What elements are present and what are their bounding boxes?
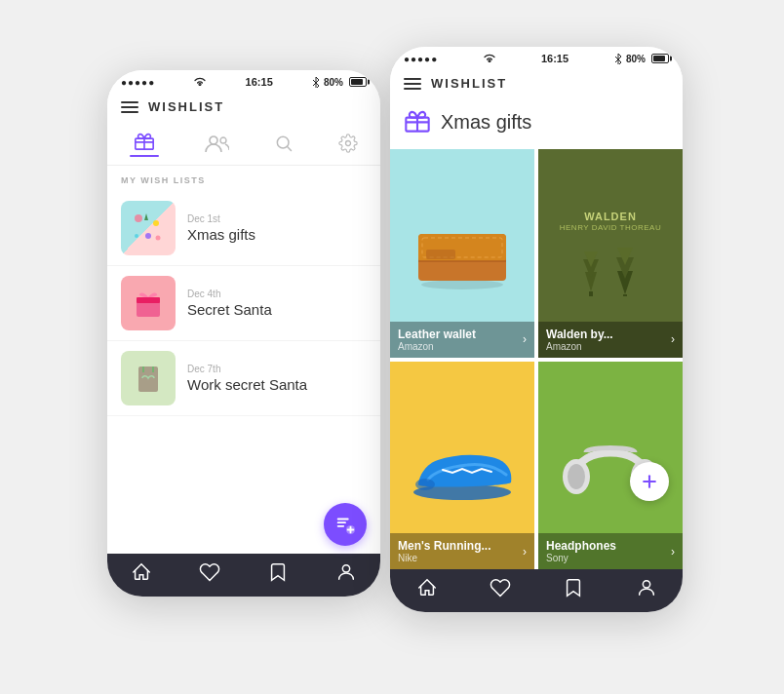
svg-rect-21 (337, 525, 344, 527)
status-right-1: 80% (312, 76, 367, 88)
app-header-1: WISHLIST (107, 92, 380, 122)
list-add-icon (334, 514, 356, 535)
bluetooth-icon-2 (614, 53, 622, 64)
wishlist-item-work[interactable]: Dec 7th Work secret Santa (107, 341, 380, 416)
hamburger-menu-1[interactable] (121, 101, 138, 113)
svg-point-51 (643, 581, 649, 588)
battery-icon-1 (349, 77, 367, 87)
wishlist-date-work: Dec 7th (187, 364, 367, 374)
heart-icon-2 (490, 577, 511, 598)
wifi-icon-2 (484, 54, 495, 63)
svg-rect-34 (426, 250, 455, 259)
home-icon-2 (416, 577, 438, 598)
shoes-chevron: › (523, 545, 527, 559)
bluetooth-icon-1 (312, 76, 320, 88)
signal-dots: ●●●●● (121, 77, 155, 88)
svg-point-3 (210, 136, 217, 144)
wishlist-item-xmas[interactable]: Dec 1st Xmas gifts (107, 191, 380, 266)
app-header-2: WISHLIST (390, 68, 683, 98)
headphones-text: Headphones Sony (546, 539, 616, 563)
svg-point-12 (156, 236, 161, 241)
status-right-2: 80% (614, 53, 669, 64)
nav-person-2[interactable] (636, 577, 657, 602)
signal-dots-2: ●●●●● (404, 54, 438, 64)
fab-add-1[interactable] (324, 503, 367, 546)
bookmark-icon-1 (267, 561, 289, 583)
bottom-nav-1 (107, 554, 380, 597)
battery-pct-2: 80% (626, 54, 646, 64)
person-icon-1 (335, 561, 357, 583)
svg-point-29 (421, 280, 503, 289)
xmas-list-title: Xmas gifts (441, 111, 531, 134)
book-title-text: WALDEN (584, 211, 637, 223)
svg-rect-19 (337, 519, 349, 520)
secret-thumb-art (129, 284, 168, 323)
nav-heart-2[interactable] (490, 577, 511, 602)
tab-active-indicator (130, 155, 159, 157)
wishlist-item-secret[interactable]: Dec 4th Secret Santa (107, 266, 380, 341)
wifi-icon (194, 77, 206, 87)
svg-point-25 (342, 565, 349, 572)
tab-friends[interactable] (196, 133, 237, 154)
thumb-secret (121, 276, 176, 330)
section-title-1: MY WISH LISTS (107, 166, 380, 191)
wallet-store: Amazon (398, 341, 476, 352)
person-icon-2 (636, 577, 657, 598)
walden-store: Amazon (546, 341, 613, 352)
bottom-nav-2 (390, 569, 683, 612)
app-title-1: WISHLIST (148, 99, 224, 114)
status-bar-1: ●●●●● 16:15 80% (107, 70, 380, 92)
status-bar-2: ●●●●● 16:15 80% (390, 47, 683, 68)
nav-bookmark-2[interactable] (563, 577, 584, 602)
svg-rect-38 (589, 291, 593, 296)
svg-rect-15 (137, 297, 160, 303)
hamburger-menu-2[interactable] (404, 78, 421, 90)
add-fab-headphones[interactable] (630, 462, 669, 501)
nav-home-2[interactable] (416, 577, 438, 602)
svg-rect-42 (623, 294, 627, 296)
battery-icon-2 (651, 54, 669, 63)
wishlist-info-work: Dec 7th Work secret Santa (187, 364, 367, 393)
nav-bookmark-1[interactable] (267, 561, 289, 587)
nav-person-1[interactable] (335, 561, 357, 587)
tab-bar-1 (107, 122, 380, 166)
nav-home-1[interactable] (131, 561, 152, 587)
walden-art (571, 238, 649, 296)
grid-item-wallet[interactable]: Leather wallet Amazon › (390, 149, 534, 358)
bookmark-icon-2 (563, 577, 584, 598)
walden-title: Walden by... (546, 328, 613, 341)
svg-line-6 (287, 146, 291, 150)
wishlist-scroll: Dec 1st Xmas gifts (107, 191, 380, 554)
wishlist-info-xmas: Dec 1st Xmas gifts (187, 213, 367, 243)
wallet-art (409, 214, 516, 292)
headphones-title: Headphones (546, 539, 616, 553)
headphones-chevron: › (671, 545, 675, 559)
book-author-text: HENRY DAVID THOREAU (560, 223, 661, 232)
svg-point-4 (220, 137, 226, 143)
grid-item-walden[interactable]: WALDEN HENRY DAVID THOREAU (538, 149, 683, 358)
wallet-title: Leather wallet (398, 328, 476, 341)
product-grid: Leather wallet Amazon › WALDEN HENRY DAV… (390, 149, 683, 569)
wallet-text: Leather wallet Amazon (398, 328, 476, 352)
wishlist-date-xmas: Dec 1st (187, 213, 367, 224)
shoes-title: Men's Running... (398, 539, 491, 553)
nav-heart-1[interactable] (199, 561, 220, 587)
svg-marker-13 (144, 213, 148, 220)
tab-settings[interactable] (331, 132, 366, 155)
time-display-1: 16:15 (246, 76, 273, 88)
thumb-xmas (121, 201, 176, 255)
tab-gift[interactable] (122, 128, 167, 159)
svg-point-8 (135, 214, 142, 222)
app-title-2: WISHLIST (431, 76, 507, 91)
svg-point-44 (415, 479, 435, 490)
wishlist-name-secret: Secret Santa (187, 301, 367, 318)
tab-search[interactable] (266, 132, 301, 155)
gift-icon (134, 130, 155, 151)
wishlist-info-secret: Dec 4th Secret Santa (187, 289, 367, 318)
grid-item-headphones[interactable]: Headphones Sony › (538, 362, 683, 570)
xmas-thumb-art (129, 209, 168, 248)
headphones-store: Sony (546, 553, 616, 563)
grid-item-shoes[interactable]: Men's Running... Nike › (390, 362, 534, 570)
wallet-label: Leather wallet Amazon › (390, 322, 534, 358)
svg-point-46 (568, 464, 585, 489)
